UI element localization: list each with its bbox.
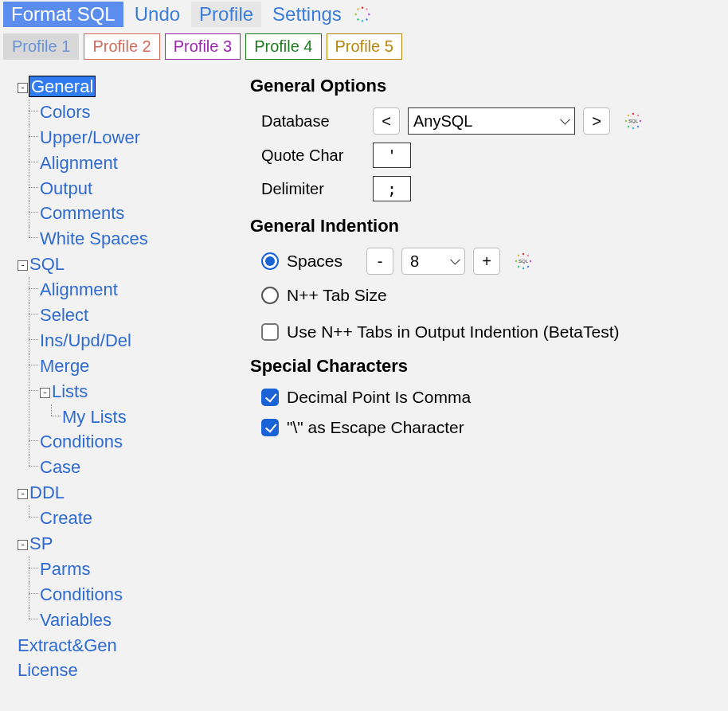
settings-tree: -General Colors Upper/Lower Alignment Ou… [3,74,226,683]
sql-halo-icon[interactable]: SQL [513,251,534,272]
db-next-button[interactable]: > [583,107,610,135]
expand-toggle-sp[interactable]: - [18,540,28,550]
database-select[interactable]: AnySQL [408,107,575,135]
delimiter-label: Delimiter [261,180,365,198]
spaces-plus-button[interactable]: + [473,248,500,275]
tree-node-lists[interactable]: Lists [52,381,88,401]
svg-point-2 [368,14,370,16]
undo-button[interactable]: Undo [127,2,188,27]
svg-point-17 [523,253,524,255]
special-characters-heading: Special Characters [250,356,718,377]
tree-node-case[interactable]: Case [40,457,80,477]
tree-node-colors[interactable]: Colors [40,102,91,122]
svg-point-6 [354,14,357,16]
tree-node-create[interactable]: Create [40,508,92,528]
svg-point-3 [366,18,368,21]
svg-point-9 [637,115,639,116]
quote-char-label: Quote Char [261,146,365,165]
profile-tab-1[interactable]: Profile 1 [3,33,79,60]
tree-node-sql-conditions[interactable]: Conditions [40,432,123,451]
tree-node-variables[interactable]: Variables [40,610,112,630]
spaces-radio[interactable] [261,252,279,270]
tree-node-extract-gen[interactable]: Extract&Gen [18,635,117,655]
tree-node-license[interactable]: License [18,660,78,680]
svg-point-11 [637,126,639,127]
profile-tab-4[interactable]: Profile 4 [245,33,321,60]
svg-text:SQL: SQL [628,119,639,123]
quote-char-input[interactable] [373,143,411,168]
use-npp-tabs-label: Use N++ Tabs in Output Indention (BetaTe… [287,322,620,342]
tree-node-alignment[interactable]: Alignment [40,153,118,173]
sql-halo-icon[interactable] [353,5,372,24]
spaces-label: Spaces [287,252,358,271]
svg-point-5 [357,18,359,21]
decimal-comma-label: Decimal Point Is Comma [287,388,471,407]
tree-node-general[interactable]: General [29,76,95,96]
expand-toggle-general[interactable]: - [18,83,28,93]
svg-point-24 [518,255,519,256]
content-panel: General Options Database < AnySQL > [226,74,725,683]
database-label: Database [261,112,365,131]
svg-point-19 [530,260,531,262]
delimiter-input[interactable] [373,176,411,201]
format-sql-button[interactable]: Format SQL [3,2,123,27]
tree-node-sql[interactable]: SQL [29,254,65,274]
tree-node-sql-alignment[interactable]: Alignment [40,279,118,299]
svg-point-12 [632,127,634,129]
main-toolbar: Format SQL Undo Profile Settings [0,0,728,29]
svg-point-4 [362,20,364,22]
tree-node-merge[interactable]: Merge [40,356,89,376]
svg-point-7 [357,8,359,10]
tree-node-sp-conditions[interactable]: Conditions [40,584,123,604]
svg-point-20 [527,266,529,268]
tree-node-my-lists[interactable]: My Lists [62,407,127,427]
use-npp-tabs-checkbox[interactable] [261,323,279,341]
tree-node-comments[interactable]: Comments [40,203,124,223]
tree-node-select[interactable]: Select [40,305,88,325]
profile-tab-3[interactable]: Profile 3 [165,33,241,60]
tree-node-ins-upd-del[interactable]: Ins/Upd/Del [40,330,131,350]
tree-node-ddl[interactable]: DDL [29,482,65,502]
general-options-heading: General Options [250,76,718,96]
tree-node-upper-lower[interactable]: Upper/Lower [40,127,140,147]
settings-button[interactable]: Settings [264,2,350,27]
npp-tab-size-label: N++ Tab Size [287,286,387,305]
db-prev-button[interactable]: < [373,107,400,135]
npp-tab-size-radio[interactable] [261,287,279,304]
profile-tab-5[interactable]: Profile 5 [327,33,402,60]
svg-point-18 [527,255,529,256]
tree-node-parms[interactable]: Parms [40,559,91,579]
svg-text:SQL: SQL [519,259,529,264]
svg-point-1 [366,8,368,10]
escape-char-label: "\" as Escape Character [287,418,464,437]
spaces-minus-button[interactable]: - [366,248,393,275]
spaces-select[interactable]: 8 [401,248,465,275]
sql-halo-icon[interactable]: SQL [623,111,644,131]
escape-char-checkbox[interactable] [261,419,279,436]
svg-point-22 [518,266,519,268]
decimal-comma-checkbox[interactable] [261,389,279,406]
svg-point-8 [632,113,634,115]
svg-point-13 [628,126,629,127]
profile-tab-2[interactable]: Profile 2 [84,33,159,60]
svg-point-10 [640,120,641,122]
svg-point-0 [362,6,364,9]
tree-node-white-spaces[interactable]: White Spaces [40,229,148,248]
svg-point-23 [515,260,517,262]
tree-node-output[interactable]: Output [40,178,92,198]
profile-tabs: Profile 1 Profile 2 Profile 3 Profile 4 … [0,29,728,68]
profile-button[interactable]: Profile [191,2,261,27]
general-indention-heading: General Indention [250,216,718,236]
expand-toggle-sql[interactable]: - [18,260,28,271]
expand-toggle-ddl[interactable]: - [18,489,28,499]
svg-point-15 [628,115,629,116]
svg-point-14 [625,120,627,122]
expand-toggle-lists[interactable]: - [40,388,50,398]
svg-point-21 [523,268,524,269]
tree-node-sp[interactable]: SP [29,533,53,553]
